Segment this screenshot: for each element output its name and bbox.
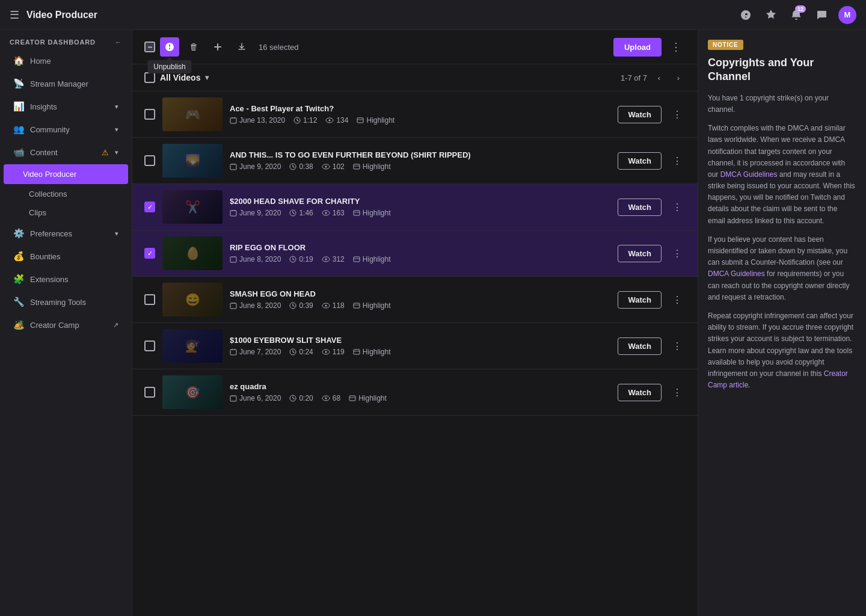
table-row[interactable]: 🎮 Ace - Best Player at Twitch? June 13, … — [132, 91, 698, 138]
content-chevron-icon: ▾ — [115, 149, 118, 156]
watch-button[interactable]: Watch — [618, 152, 662, 170]
more-options-button[interactable]: ⋮ — [666, 37, 686, 57]
sidebar-item-home[interactable]: 🏠 Home — [4, 50, 128, 72]
video-title: AND THIS... IS TO GO EVEN FURTHER BEYOND… — [230, 150, 610, 159]
dmca-guidelines-link-1[interactable]: DMCA Guidelines — [720, 170, 778, 179]
pagination: 1-7 of 7 ‹ › — [621, 70, 686, 85]
sidebar-item-bounties[interactable]: 💰 Bounties — [4, 245, 128, 267]
row-more-button[interactable]: ⋮ — [669, 337, 686, 354]
sidebar-item-home-label: Home — [30, 57, 118, 66]
sidebar-item-extensions[interactable]: 🧩 Extensions — [4, 268, 128, 290]
video-thumbnail: 🥚 — [162, 236, 223, 270]
watch-button[interactable]: Watch — [618, 384, 662, 401]
row-checkbox[interactable] — [144, 294, 155, 305]
row-checkbox[interactable] — [144, 155, 155, 166]
help-icon[interactable] — [737, 7, 754, 23]
table-row[interactable]: ✓ 🥚 RIP EGG ON FLOOR June 8, 2020 0:19 — [132, 230, 698, 277]
sidebar-item-bounties-label: Bounties — [30, 252, 118, 261]
sidebar-back-icon[interactable]: ← — [115, 38, 122, 46]
topnav-right: 12 M — [737, 6, 856, 24]
table-row[interactable]: 🎯 ez quadra June 6, 2020 0:20 68 — [132, 369, 698, 416]
upload-button[interactable]: Upload — [613, 38, 662, 57]
notice-para-3: If you believe your content has been mis… — [708, 234, 856, 303]
sidebar-item-collections[interactable]: Collections — [4, 185, 128, 203]
hamburger-icon[interactable]: ☰ — [10, 8, 19, 22]
svg-point-59 — [325, 351, 327, 353]
svg-line-37 — [293, 259, 295, 260]
row-more-button[interactable]: ⋮ — [669, 106, 686, 123]
video-meta: June 13, 2020 1:12 134 Highlight — [230, 116, 610, 125]
table-row[interactable]: 😄 SMASH EGG ON HEAD June 8, 2020 0:39 — [132, 277, 698, 323]
creator-camp-link[interactable]: Creator Camp article — [708, 369, 848, 389]
watch-button[interactable]: Watch — [618, 291, 662, 309]
row-checkbox[interactable]: ✓ — [144, 202, 155, 212]
row-checkbox[interactable] — [144, 109, 155, 120]
video-date: June 6, 2020 — [230, 394, 281, 402]
watch-button[interactable]: Watch — [618, 199, 662, 216]
notifications-icon[interactable]: 12 — [788, 7, 805, 23]
dmca-guidelines-link-2[interactable]: DMCA Guidelines — [708, 270, 765, 278]
user-avatar[interactable]: M — [838, 6, 856, 24]
pagination-next-button[interactable]: › — [671, 70, 686, 85]
video-title: RIP EGG ON FLOOR — [230, 243, 610, 252]
pagination-prev-button[interactable]: ‹ — [652, 70, 666, 85]
highlight-icon[interactable] — [763, 7, 779, 23]
community-icon: 👥 — [13, 124, 24, 135]
video-type: Highlight — [353, 162, 391, 171]
sidebar-item-clips[interactable]: Clips — [4, 204, 128, 221]
sidebar-item-preferences[interactable]: ⚙️ Preferences ▾ — [4, 223, 128, 244]
delete-button[interactable] — [184, 37, 203, 57]
sidebar-item-creator-camp[interactable]: 🏕️ Creator Camp ↗ — [4, 314, 128, 336]
svg-point-49 — [325, 305, 327, 307]
sidebar-item-collections-label: Collections — [29, 189, 67, 199]
video-date: June 13, 2020 — [230, 116, 285, 125]
sidebar-item-stream-manager[interactable]: 📡 Stream Manager — [4, 73, 128, 94]
watch-button[interactable]: Watch — [618, 106, 662, 123]
svg-line-17 — [293, 167, 295, 168]
topnav-left: ☰ Video Producer — [10, 8, 730, 22]
row-checkbox[interactable]: ✓ — [144, 248, 155, 259]
video-thumbnail: 😄 — [162, 283, 223, 316]
row-more-button[interactable]: ⋮ — [669, 199, 686, 215]
row-more-button[interactable]: ⋮ — [669, 245, 686, 262]
content-area: Unpublish — [132, 30, 866, 616]
table-row[interactable]: 💇 $1000 EYEBROW SLIT SHAVE June 7, 2020 … — [132, 323, 698, 369]
select-all-checkbox[interactable] — [144, 42, 155, 52]
sidebar-item-video-producer[interactable]: Video Producer — [4, 164, 128, 184]
creator-camp-external-icon: ↗ — [113, 321, 118, 329]
row-checkbox[interactable] — [144, 387, 155, 398]
video-title: ez quadra — [230, 382, 610, 391]
filter-label: All Videos — [160, 73, 200, 82]
all-videos-selector[interactable]: All Videos ▾ — [144, 72, 209, 83]
add-button[interactable] — [208, 37, 227, 57]
sidebar-item-creator-camp-label: Creator Camp — [30, 321, 107, 330]
video-type: Highlight — [349, 394, 387, 402]
row-more-button[interactable]: ⋮ — [669, 291, 686, 308]
sidebar-item-community[interactable]: 👥 Community ▾ — [4, 119, 128, 140]
watch-button[interactable]: Watch — [618, 337, 662, 355]
row-more-button[interactable]: ⋮ — [669, 384, 686, 401]
sidebar-item-content[interactable]: 📹 Content ⚠ ▾ — [4, 141, 128, 163]
preferences-icon: ⚙️ — [13, 228, 24, 239]
notice-para-2: Twitch complies with the DMCA and simila… — [708, 123, 856, 227]
video-title: $2000 HEAD SHAVE FOR CHARITY — [230, 197, 610, 206]
table-row[interactable]: 🌄 AND THIS... IS TO GO EVEN FURTHER BEYO… — [132, 138, 698, 184]
video-type: Highlight — [353, 209, 391, 217]
svg-rect-52 — [230, 350, 236, 355]
chat-icon[interactable] — [813, 7, 830, 23]
table-row[interactable]: ✓ ✂️ $2000 HEAD SHAVE FOR CHARITY June 9… — [132, 184, 698, 230]
main-layout: CREATOR DASHBOARD ← 🏠 Home 📡 Stream Mana… — [0, 30, 866, 616]
video-info: RIP EGG ON FLOOR June 8, 2020 0:19 312 — [230, 243, 610, 263]
sidebar-item-clips-label: Clips — [29, 208, 46, 217]
notice-panel: NOTICE Copyrights and Your Channel You h… — [698, 30, 866, 616]
watch-button[interactable]: Watch — [618, 245, 662, 262]
row-more-button[interactable]: ⋮ — [669, 152, 686, 169]
sidebar-item-insights[interactable]: 📊 Insights ▾ — [4, 96, 128, 117]
video-info: SMASH EGG ON HEAD June 8, 2020 0:39 118 — [230, 289, 610, 310]
sidebar-item-streaming-tools[interactable]: 🔧 Streaming Tools — [4, 291, 128, 313]
header-checkbox[interactable] — [144, 72, 155, 83]
video-duration: 0:19 — [289, 255, 313, 263]
row-checkbox[interactable] — [144, 340, 155, 351]
unpublish-button[interactable] — [160, 37, 179, 57]
download-button[interactable] — [232, 37, 251, 57]
